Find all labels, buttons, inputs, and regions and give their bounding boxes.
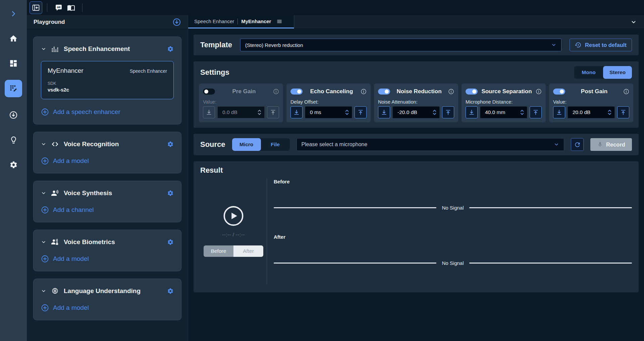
section-settings-button[interactable] <box>167 46 174 52</box>
info-icon[interactable] <box>361 89 367 95</box>
play-button[interactable] <box>223 206 244 226</box>
after-waveform: No Signal <box>274 240 632 287</box>
equalizer-icon <box>51 45 59 53</box>
dictionary-button[interactable] <box>52 1 65 14</box>
section-settings-button[interactable] <box>167 288 174 294</box>
post-gain-toggle[interactable] <box>553 89 565 95</box>
model-card-myenhancer[interactable]: MyEnhancer Speech Enhancer SDK vsdk-s2c <box>41 61 174 99</box>
value-text: -20.0 dB <box>397 109 432 115</box>
code-icon <box>51 140 59 148</box>
before-option[interactable]: Before <box>204 245 233 257</box>
stereo-option[interactable]: Stereo <box>603 66 632 79</box>
collapse-section-chevron[interactable] <box>41 141 46 147</box>
max-value-button[interactable] <box>530 106 542 118</box>
value-stepper[interactable] <box>344 109 350 116</box>
microphone-icon <box>597 141 603 148</box>
value-input[interactable]: 20.0 dB <box>568 106 615 118</box>
template-select[interactable]: (Stereo) Reverb reduction <box>240 39 561 51</box>
value-stepper[interactable] <box>520 109 525 116</box>
plus-circle-icon <box>41 206 49 214</box>
value-input[interactable]: 0 ms <box>305 106 352 118</box>
pre-gain-toggle[interactable] <box>203 89 215 95</box>
collapse-section-chevron[interactable] <box>41 288 46 294</box>
section-settings-button[interactable] <box>167 141 174 148</box>
min-value-button[interactable] <box>378 106 390 118</box>
info-icon[interactable] <box>273 89 279 95</box>
nav-playground-active[interactable] <box>5 80 22 97</box>
collapse-section-chevron[interactable] <box>41 46 46 52</box>
add-model-button[interactable]: Add a model <box>41 157 174 165</box>
reset-to-default-button[interactable]: Reset to default <box>570 39 632 51</box>
tab-speech-enhancer-myenhancer[interactable]: Speech Enhancer MyEnhancer <box>188 15 294 29</box>
microphone-select[interactable]: Please select a microphone <box>297 138 564 151</box>
card-title: Pre Gain <box>215 88 273 95</box>
card-source-separation: Source Separation Microphone Distance: 4… <box>462 83 546 122</box>
nav-settings[interactable] <box>9 160 18 169</box>
playback-time: --:-- / --:-- <box>222 232 245 237</box>
reset-icon <box>575 42 582 48</box>
collapse-section-chevron[interactable] <box>41 239 46 245</box>
waveform-line <box>469 263 632 264</box>
after-channel: After No Signal <box>274 231 632 287</box>
min-value-button[interactable] <box>203 106 215 118</box>
min-value-button[interactable] <box>466 106 478 118</box>
export-playground-button[interactable] <box>172 18 181 26</box>
refresh-devices-button[interactable] <box>571 138 584 151</box>
max-value-button[interactable] <box>355 106 367 118</box>
value-stepper[interactable] <box>257 109 262 116</box>
nav-dashboard[interactable] <box>9 59 18 68</box>
max-value-button[interactable] <box>442 106 454 118</box>
section-header: Voice Biometrics <box>41 238 174 246</box>
add-model-button[interactable]: Add a model <box>41 255 174 263</box>
micro-option[interactable]: Micro <box>232 138 261 151</box>
documentation-button[interactable] <box>65 1 77 14</box>
channel-label: Before <box>274 176 632 184</box>
max-value-button[interactable] <box>267 106 279 118</box>
tab-list-chevron-down[interactable] <box>631 19 637 25</box>
section-title: Voice Biometrics <box>64 238 162 246</box>
source-separation-toggle[interactable] <box>466 89 478 95</box>
toggle-panel-button[interactable] <box>30 1 42 14</box>
value-input[interactable]: -20.0 dB <box>392 106 440 118</box>
expand-rail-button[interactable] <box>9 9 18 18</box>
nav-ideas[interactable] <box>9 135 18 144</box>
record-button[interactable]: Record <box>590 138 632 151</box>
add-channel-button[interactable]: Add a channel <box>41 206 174 214</box>
min-value-button[interactable] <box>553 106 565 118</box>
value-text: 40.0 mm <box>485 109 520 115</box>
value-stepper[interactable] <box>432 109 437 116</box>
model-type: Speech Enhancer <box>130 68 167 74</box>
min-value-button[interactable] <box>290 106 303 118</box>
arrow-down-to-line-icon <box>470 110 474 114</box>
toolbar-divider <box>82 3 83 12</box>
top-toolbar <box>27 0 644 15</box>
file-option[interactable]: File <box>261 138 290 151</box>
card-title: Source Separation <box>478 88 536 95</box>
value-stepper[interactable] <box>607 109 612 116</box>
add-label: Add a channel <box>53 206 94 214</box>
playback-channel-toggle: Before After <box>204 245 263 257</box>
nav-downloads[interactable] <box>9 111 18 119</box>
add-speech-enhancer-button[interactable]: Add a speech enhancer <box>41 108 174 116</box>
tab-menu-icon[interactable] <box>276 18 282 24</box>
section-settings-button[interactable] <box>167 190 174 196</box>
add-label: Add a model <box>53 255 89 263</box>
collapse-section-chevron[interactable] <box>41 190 46 196</box>
max-value-button[interactable] <box>617 106 629 118</box>
section-settings-button[interactable] <box>167 239 174 245</box>
echo-canceling-toggle[interactable] <box>290 89 303 95</box>
noise-reduction-toggle[interactable] <box>378 89 390 95</box>
value-input[interactable]: 0.0 dB <box>217 106 265 118</box>
channel-mode-toggle: Mono Stereo <box>574 66 632 79</box>
mono-option[interactable]: Mono <box>574 66 603 79</box>
info-icon[interactable] <box>623 89 629 95</box>
phonetic-chat-icon <box>56 5 62 11</box>
toggle-knob <box>472 90 476 94</box>
value-input[interactable]: 40.0 mm <box>480 106 527 118</box>
add-model-button[interactable]: Add a model <box>41 304 174 312</box>
nav-home[interactable] <box>9 34 18 43</box>
after-option[interactable]: After <box>233 245 263 257</box>
info-icon[interactable] <box>536 89 542 95</box>
plus-circle-icon <box>41 304 49 312</box>
info-icon[interactable] <box>448 89 454 95</box>
